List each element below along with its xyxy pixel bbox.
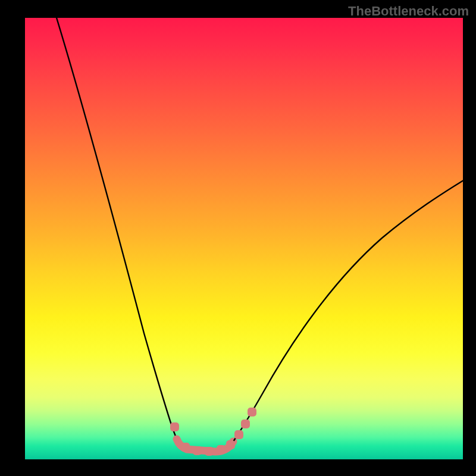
marker-dot — [170, 422, 179, 431]
chart-plot-area — [25, 18, 463, 459]
marker-dot — [248, 408, 256, 416]
marker-dot — [205, 447, 214, 456]
bottleneck-curve-svg — [25, 18, 463, 459]
marker-dot — [181, 443, 190, 452]
marker-dot — [193, 446, 202, 455]
curve-markers — [170, 408, 256, 456]
marker-dot — [226, 440, 235, 449]
watermark-text: TheBottleneck.com — [348, 4, 469, 19]
marker-dot — [241, 419, 250, 428]
curve-left-branch — [55, 18, 177, 439]
curve-right-branch — [233, 177, 463, 441]
marker-dot — [217, 445, 226, 454]
marker-dot — [234, 430, 243, 439]
